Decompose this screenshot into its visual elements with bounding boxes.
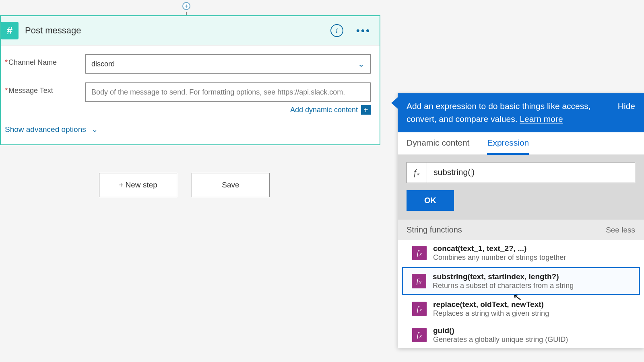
- fx-icon: fₓ: [412, 328, 427, 342]
- card-header: # Post message i •••: [1, 16, 380, 45]
- ok-row: OK: [398, 183, 644, 220]
- field-message-text: *Message Text Body of the message to sen…: [5, 82, 371, 102]
- function-item-replace[interactable]: fₓ replace(text, oldText, newText) Repla…: [403, 296, 638, 322]
- see-less-toggle[interactable]: See less: [606, 226, 635, 234]
- message-text-placeholder: Body of the message to send. For formatt…: [91, 88, 345, 97]
- fx-icon: fₓ: [412, 302, 427, 316]
- fx-icon: fₓ: [412, 274, 426, 288]
- function-item-guid[interactable]: fₓ guid() Generates a globally unique st…: [403, 322, 638, 348]
- info-icon[interactable]: i: [330, 24, 343, 37]
- function-description: Generates a globally unique string (GUID…: [433, 335, 568, 344]
- add-dynamic-content-row: Add dynamic content +: [5, 105, 371, 115]
- function-group-header: String functions See less: [398, 220, 644, 240]
- group-title: String functions: [407, 225, 462, 234]
- new-step-button[interactable]: + New step: [99, 173, 177, 197]
- function-signature: substring(text, startIndex, length?): [433, 272, 574, 281]
- function-signature: concat(text_1, text_2?, ...): [433, 244, 566, 253]
- more-menu-icon[interactable]: •••: [356, 25, 371, 37]
- function-description: Replaces a string with a given string: [433, 309, 549, 318]
- channel-name-label: *Channel Name: [5, 54, 85, 67]
- function-description: Returns a subset of characters from a st…: [433, 282, 574, 290]
- field-channel-name: *Channel Name discord ⌄: [5, 54, 371, 74]
- chevron-down-icon: ⌄: [92, 125, 98, 134]
- fx-icon: fₓ: [407, 162, 427, 183]
- save-button[interactable]: Save: [192, 173, 270, 197]
- learn-more-link[interactable]: Learn more: [520, 114, 563, 123]
- flyout-tabs: Dynamic content Expression: [398, 132, 644, 155]
- chevron-down-icon: ⌄: [358, 59, 365, 69]
- action-card-post-message: # Post message i ••• *Channel Name disco…: [0, 15, 380, 145]
- hide-flyout-button[interactable]: Hide: [618, 100, 635, 113]
- message-text-label: *Message Text: [5, 82, 85, 95]
- flyout-banner: Add an expression to do basic things lik…: [398, 93, 644, 132]
- function-signature: guid(): [433, 326, 568, 335]
- expression-input-wrap: fₓ substring(): [398, 155, 644, 183]
- expression-input-value: substring(): [427, 167, 635, 177]
- bottom-actions: + New step Save: [99, 173, 270, 197]
- card-body: *Channel Name discord ⌄ *Message Text Bo…: [1, 45, 380, 144]
- show-advanced-options[interactable]: Show advanced options ⌄: [5, 122, 371, 140]
- add-dynamic-plus-icon[interactable]: +: [361, 105, 371, 115]
- function-signature: replace(text, oldText, newText): [433, 300, 549, 309]
- flyout-callout-arrow: [391, 97, 398, 109]
- channel-name-select[interactable]: discord ⌄: [85, 54, 371, 74]
- expression-input[interactable]: fₓ substring(): [407, 162, 635, 183]
- function-list: fₓ concat(text_1, text_2?, ...) Combines…: [398, 240, 644, 348]
- channel-name-value: discord: [91, 60, 115, 68]
- tab-expression[interactable]: Expression: [487, 132, 529, 155]
- add-dynamic-content-link[interactable]: Add dynamic content: [290, 106, 358, 114]
- message-text-input[interactable]: Body of the message to send. For formatt…: [85, 82, 371, 102]
- ok-button[interactable]: OK: [407, 190, 454, 211]
- function-item-substring[interactable]: fₓ substring(text, startIndex, length?) …: [402, 267, 640, 295]
- function-description: Combines any number of strings together: [433, 253, 566, 262]
- slack-app-icon: #: [1, 22, 19, 39]
- function-item-concat[interactable]: fₓ concat(text_1, text_2?, ...) Combines…: [403, 240, 638, 266]
- expression-flyout: Add an expression to do basic things lik…: [398, 93, 644, 348]
- tab-dynamic-content[interactable]: Dynamic content: [407, 132, 469, 154]
- card-title: Post message: [25, 25, 330, 36]
- fx-icon: fₓ: [412, 246, 427, 260]
